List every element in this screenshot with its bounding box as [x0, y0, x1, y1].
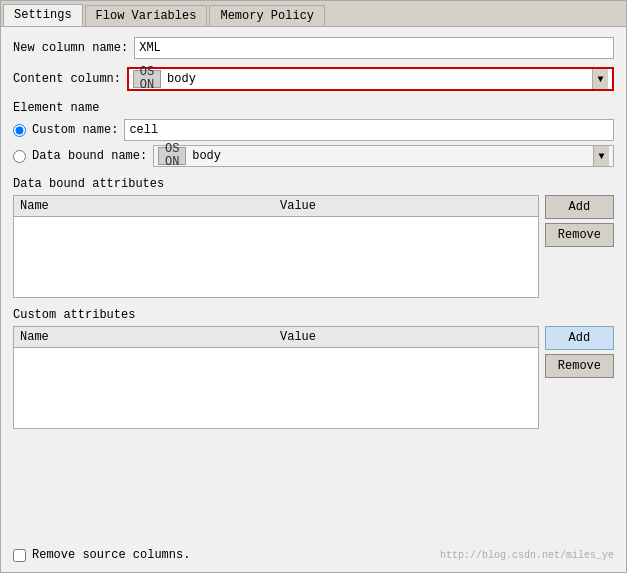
new-column-name-input[interactable] — [134, 37, 614, 59]
remove-source-label: Remove source columns. — [32, 548, 190, 562]
data-bound-name-label: Data bound name: — [32, 149, 147, 163]
custom-name-label: Custom name: — [32, 123, 118, 137]
content-column-label: Content column: — [13, 72, 121, 86]
remove-source-checkbox[interactable] — [13, 549, 26, 562]
tab-settings-label: Settings — [14, 8, 72, 22]
custom-table-container: Name Value Add Remove — [13, 326, 614, 429]
new-column-name-row: New column name: — [13, 37, 614, 59]
col-name-1: Name — [20, 199, 280, 213]
add-custom-button[interactable]: Add — [545, 326, 614, 350]
watermark: http://blog.csdn.net/miles_ye — [440, 550, 614, 561]
data-bound-name-row: Data bound name: OS ON body ▼ body — [13, 145, 614, 167]
data-bound-table-body — [14, 217, 538, 297]
col-value-2: Value — [280, 330, 532, 344]
add-data-bound-button[interactable]: Add — [545, 195, 614, 219]
custom-table-body — [14, 348, 538, 428]
footer-row: Remove source columns. http://blog.csdn.… — [13, 544, 614, 562]
custom-attributes-title: Custom attributes — [13, 308, 614, 322]
tab-flow-variables-label: Flow Variables — [96, 9, 197, 23]
content-column-row: Content column: OS ON body ▼ body — [13, 67, 614, 91]
data-bound-table-container: Name Value Add Remove — [13, 195, 614, 298]
new-column-name-label: New column name: — [13, 41, 128, 55]
data-bound-attributes-section: Data bound attributes Name Value Add Rem… — [13, 175, 614, 298]
tab-settings[interactable]: Settings — [3, 4, 83, 26]
custom-table-buttons: Add Remove — [545, 326, 614, 429]
custom-name-radio[interactable] — [13, 124, 26, 137]
element-name-title: Element name — [13, 101, 614, 115]
custom-name-row: Custom name: — [13, 119, 614, 141]
settings-content: New column name: Content column: OS ON b… — [1, 27, 626, 572]
custom-attributes-table: Name Value — [13, 326, 539, 429]
custom-table-header: Name Value — [14, 327, 538, 348]
data-bound-table-buttons: Add Remove — [545, 195, 614, 298]
tab-memory-policy-label: Memory Policy — [220, 9, 314, 23]
remove-data-bound-button[interactable]: Remove — [545, 223, 614, 247]
data-bound-table: Name Value — [13, 195, 539, 298]
tab-flow-variables[interactable]: Flow Variables — [85, 5, 208, 26]
custom-attributes-section: Custom attributes Name Value Add Remove — [13, 306, 614, 429]
custom-name-input[interactable] — [124, 119, 614, 141]
col-value-1: Value — [280, 199, 532, 213]
main-window: Settings Flow Variables Memory Policy Ne… — [0, 0, 627, 573]
col-name-2: Name — [20, 330, 280, 344]
data-bound-name-dropdown[interactable]: OS ON body ▼ body — [153, 145, 614, 167]
tab-bar: Settings Flow Variables Memory Policy — [1, 1, 626, 27]
data-bound-table-header: Name Value — [14, 196, 538, 217]
element-name-section: Element name Custom name: Data bound nam… — [13, 99, 614, 167]
content-column-dropdown[interactable]: OS ON body ▼ body — [127, 67, 614, 91]
data-bound-attributes-title: Data bound attributes — [13, 177, 614, 191]
data-bound-name-radio[interactable] — [13, 150, 26, 163]
remove-custom-button[interactable]: Remove — [545, 354, 614, 378]
tab-memory-policy[interactable]: Memory Policy — [209, 5, 325, 26]
